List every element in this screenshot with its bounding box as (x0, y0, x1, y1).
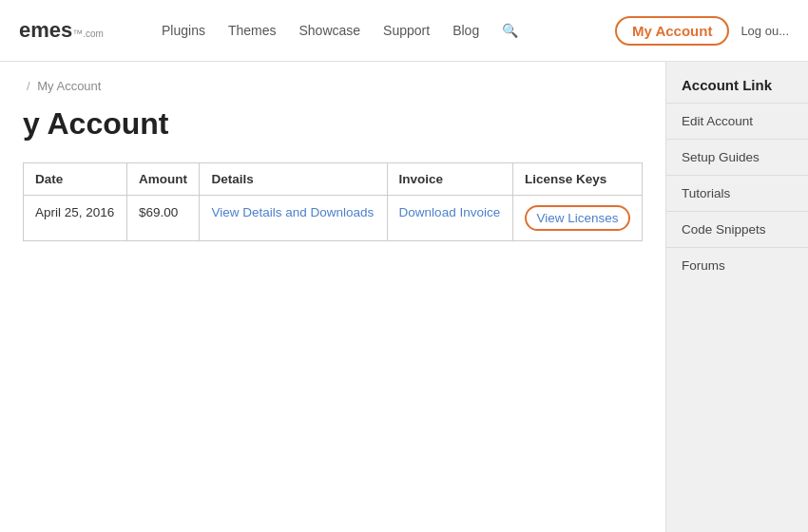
sidebar: Account Link Edit Account Setup Guides T… (665, 62, 808, 532)
download-invoice-link[interactable]: Download Invoice (399, 205, 501, 219)
col-header-amount: Amount (127, 163, 200, 196)
view-details-link[interactable]: View Details and Downloads (211, 205, 374, 219)
col-header-invoice: Invoice (387, 163, 512, 196)
cell-license: View Licenses (513, 196, 643, 241)
sidebar-item-tutorials[interactable]: Tutorials (666, 175, 808, 211)
sidebar-item-edit-account[interactable]: Edit Account (666, 103, 808, 139)
logo: emes™.com (19, 18, 133, 43)
nav-plugins[interactable]: Plugins (162, 23, 205, 38)
main-layout: / My Account y Account Date Amount Detai… (0, 62, 808, 532)
nav-right: My Account Log ou... (615, 16, 789, 46)
sidebar-item-forums[interactable]: Forums (666, 247, 808, 283)
breadcrumb-current[interactable]: My Account (37, 79, 101, 93)
logout-link[interactable]: Log ou... (741, 24, 789, 38)
table-header-row: Date Amount Details Invoice License Keys (24, 163, 643, 196)
cell-details: View Details and Downloads (200, 196, 387, 241)
search-icon[interactable]: 🔍 (502, 23, 518, 38)
nav-showcase[interactable]: Showcase (299, 23, 361, 38)
breadcrumb: / My Account (23, 79, 643, 93)
nav-themes[interactable]: Themes (228, 23, 277, 38)
logo-tm: ™ (72, 28, 83, 39)
logo-com: .com (83, 28, 104, 39)
sidebar-item-code-snippets[interactable]: Code Snippets (666, 211, 808, 247)
orders-table: Date Amount Details Invoice License Keys… (23, 162, 643, 241)
cell-date: April 25, 2016 (24, 196, 127, 241)
view-licenses-link[interactable]: View Licenses (525, 205, 629, 231)
breadcrumb-separator: / (27, 79, 30, 93)
page-title: y Account (23, 106, 643, 142)
my-account-button[interactable]: My Account (615, 16, 729, 46)
table-row: April 25, 2016 $69.00 View Details and D… (24, 196, 643, 241)
sidebar-title: Account Link (666, 62, 808, 103)
nav-support[interactable]: Support (383, 23, 430, 38)
col-header-date: Date (24, 163, 127, 196)
cell-invoice: Download Invoice (387, 196, 512, 241)
main-nav: Plugins Themes Showcase Support Blog 🔍 (162, 23, 615, 38)
sidebar-item-setup-guides[interactable]: Setup Guides (666, 139, 808, 175)
cell-amount: $69.00 (127, 196, 200, 241)
header: emes™.com Plugins Themes Showcase Suppor… (0, 0, 808, 62)
col-header-details: Details (200, 163, 387, 196)
logo-text: emes (19, 18, 72, 43)
nav-blog[interactable]: Blog (452, 23, 479, 38)
content-area: / My Account y Account Date Amount Detai… (0, 62, 665, 532)
col-header-license: License Keys (513, 163, 643, 196)
